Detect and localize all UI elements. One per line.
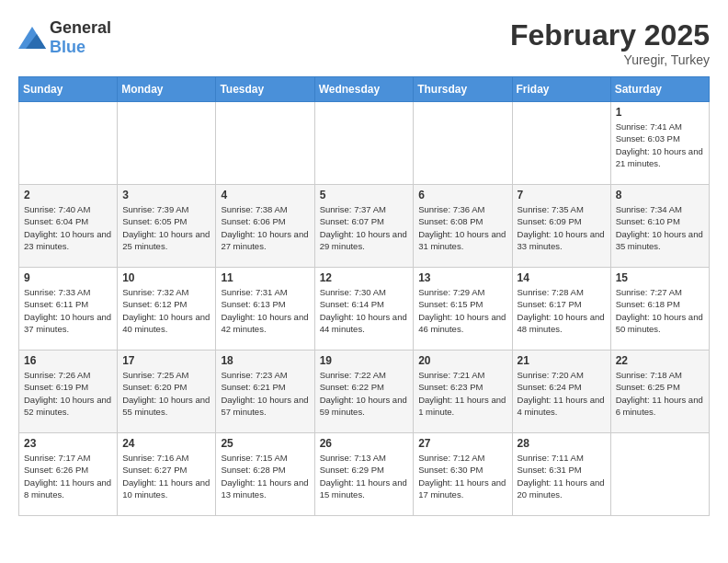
day-number: 20 <box>418 354 506 367</box>
day-info: Sunrise: 7:34 AMSunset: 6:10 PMDaylight:… <box>616 203 704 252</box>
weekday-header-tuesday: Tuesday <box>216 77 314 102</box>
day-info: Sunrise: 7:12 AMSunset: 6:30 PMDaylight:… <box>418 452 506 500</box>
day-cell: 2Sunrise: 7:40 AMSunset: 6:04 PMDaylight… <box>19 185 118 268</box>
day-cell <box>19 102 118 185</box>
day-info: Sunrise: 7:35 AMSunset: 6:09 PMDaylight:… <box>518 203 606 252</box>
day-number: 21 <box>518 354 606 367</box>
day-info: Sunrise: 7:17 AMSunset: 6:26 PMDaylight:… <box>24 452 112 500</box>
day-info: Sunrise: 7:23 AMSunset: 6:21 PMDaylight:… <box>221 369 309 418</box>
day-number: 7 <box>518 189 606 201</box>
logo: General Blue <box>18 18 111 57</box>
day-number: 18 <box>221 354 309 367</box>
day-cell: 24Sunrise: 7:16 AMSunset: 6:27 PMDayligh… <box>118 433 216 516</box>
day-cell <box>314 102 414 185</box>
day-number: 1 <box>616 106 704 119</box>
day-cell: 16Sunrise: 7:26 AMSunset: 6:19 PMDayligh… <box>19 350 118 433</box>
day-number: 23 <box>24 437 112 450</box>
page-header: General Blue February 2025 Yuregir, Turk… <box>18 18 710 67</box>
day-cell <box>414 102 512 185</box>
day-cell: 20Sunrise: 7:21 AMSunset: 6:23 PMDayligh… <box>414 350 512 433</box>
weekday-header-wednesday: Wednesday <box>314 77 414 102</box>
day-number: 19 <box>320 354 409 367</box>
day-cell: 4Sunrise: 7:38 AMSunset: 6:06 PMDaylight… <box>216 185 314 268</box>
day-cell: 7Sunrise: 7:35 AMSunset: 6:09 PMDaylight… <box>512 185 610 268</box>
weekday-header-thursday: Thursday <box>414 77 512 102</box>
day-number: 2 <box>24 189 112 201</box>
day-number: 12 <box>320 271 409 284</box>
day-cell: 21Sunrise: 7:20 AMSunset: 6:24 PMDayligh… <box>512 350 610 433</box>
day-cell: 9Sunrise: 7:33 AMSunset: 6:11 PMDaylight… <box>19 268 118 350</box>
day-cell: 11Sunrise: 7:31 AMSunset: 6:13 PMDayligh… <box>216 268 314 350</box>
day-info: Sunrise: 7:25 AMSunset: 6:20 PMDaylight:… <box>122 369 210 418</box>
day-info: Sunrise: 7:15 AMSunset: 6:28 PMDaylight:… <box>221 452 309 500</box>
day-number: 17 <box>122 354 210 367</box>
day-cell: 3Sunrise: 7:39 AMSunset: 6:05 PMDaylight… <box>118 185 216 268</box>
day-cell: 28Sunrise: 7:11 AMSunset: 6:31 PMDayligh… <box>512 433 610 516</box>
day-cell: 8Sunrise: 7:34 AMSunset: 6:10 PMDaylight… <box>610 185 709 268</box>
day-cell: 13Sunrise: 7:29 AMSunset: 6:15 PMDayligh… <box>414 268 512 350</box>
day-info: Sunrise: 7:20 AMSunset: 6:24 PMDaylight:… <box>518 369 606 418</box>
day-cell: 18Sunrise: 7:23 AMSunset: 6:21 PMDayligh… <box>216 350 314 433</box>
weekday-header-monday: Monday <box>118 77 216 102</box>
day-info: Sunrise: 7:36 AMSunset: 6:08 PMDaylight:… <box>418 203 506 252</box>
logo-icon <box>18 27 46 49</box>
day-info: Sunrise: 7:40 AMSunset: 6:04 PMDaylight:… <box>24 203 112 252</box>
day-info: Sunrise: 7:31 AMSunset: 6:13 PMDaylight:… <box>221 286 309 335</box>
day-number: 15 <box>616 271 704 284</box>
day-cell: 10Sunrise: 7:32 AMSunset: 6:12 PMDayligh… <box>118 268 216 350</box>
weekday-header-sunday: Sunday <box>19 77 118 102</box>
day-info: Sunrise: 7:32 AMSunset: 6:12 PMDaylight:… <box>122 286 210 335</box>
day-info: Sunrise: 7:16 AMSunset: 6:27 PMDaylight:… <box>122 452 210 500</box>
day-number: 25 <box>221 437 309 450</box>
day-number: 24 <box>122 437 210 450</box>
day-number: 6 <box>418 189 506 201</box>
day-info: Sunrise: 7:30 AMSunset: 6:14 PMDaylight:… <box>320 286 409 335</box>
day-info: Sunrise: 7:27 AMSunset: 6:18 PMDaylight:… <box>616 286 704 335</box>
month-title: February 2025 <box>510 18 710 52</box>
day-number: 10 <box>122 271 210 284</box>
day-info: Sunrise: 7:22 AMSunset: 6:22 PMDaylight:… <box>320 369 409 418</box>
day-info: Sunrise: 7:41 AMSunset: 6:03 PMDaylight:… <box>616 121 704 169</box>
calendar-table: SundayMondayTuesdayWednesdayThursdayFrid… <box>18 76 710 516</box>
day-cell <box>512 102 610 185</box>
day-number: 28 <box>518 437 606 450</box>
logo-general: General <box>50 18 111 37</box>
day-number: 5 <box>320 189 409 201</box>
day-number: 4 <box>221 189 309 201</box>
day-number: 27 <box>418 437 506 450</box>
day-cell: 19Sunrise: 7:22 AMSunset: 6:22 PMDayligh… <box>314 350 414 433</box>
day-cell: 5Sunrise: 7:37 AMSunset: 6:07 PMDaylight… <box>314 185 414 268</box>
day-number: 11 <box>221 271 309 284</box>
day-info: Sunrise: 7:21 AMSunset: 6:23 PMDaylight:… <box>418 369 506 418</box>
day-info: Sunrise: 7:28 AMSunset: 6:17 PMDaylight:… <box>518 286 606 335</box>
week-row-5: 23Sunrise: 7:17 AMSunset: 6:26 PMDayligh… <box>19 433 710 516</box>
day-cell <box>118 102 216 185</box>
day-number: 9 <box>24 271 112 284</box>
day-info: Sunrise: 7:39 AMSunset: 6:05 PMDaylight:… <box>122 203 210 252</box>
week-row-3: 9Sunrise: 7:33 AMSunset: 6:11 PMDaylight… <box>19 268 710 350</box>
day-number: 8 <box>616 189 704 201</box>
week-row-1: 1Sunrise: 7:41 AMSunset: 6:03 PMDaylight… <box>19 102 710 185</box>
day-cell: 14Sunrise: 7:28 AMSunset: 6:17 PMDayligh… <box>512 268 610 350</box>
day-cell <box>610 433 709 516</box>
day-cell: 27Sunrise: 7:12 AMSunset: 6:30 PMDayligh… <box>414 433 512 516</box>
week-row-4: 16Sunrise: 7:26 AMSunset: 6:19 PMDayligh… <box>19 350 710 433</box>
day-number: 14 <box>518 271 606 284</box>
day-info: Sunrise: 7:26 AMSunset: 6:19 PMDaylight:… <box>24 369 112 418</box>
day-cell: 6Sunrise: 7:36 AMSunset: 6:08 PMDaylight… <box>414 185 512 268</box>
day-cell: 25Sunrise: 7:15 AMSunset: 6:28 PMDayligh… <box>216 433 314 516</box>
location-title: Yuregir, Turkey <box>510 52 710 67</box>
day-number: 13 <box>418 271 506 284</box>
day-cell: 26Sunrise: 7:13 AMSunset: 6:29 PMDayligh… <box>314 433 414 516</box>
day-cell: 17Sunrise: 7:25 AMSunset: 6:20 PMDayligh… <box>118 350 216 433</box>
day-info: Sunrise: 7:29 AMSunset: 6:15 PMDaylight:… <box>418 286 506 335</box>
day-cell: 22Sunrise: 7:18 AMSunset: 6:25 PMDayligh… <box>610 350 709 433</box>
day-cell: 1Sunrise: 7:41 AMSunset: 6:03 PMDaylight… <box>610 102 709 185</box>
day-number: 22 <box>616 354 704 367</box>
calendar-header-row: SundayMondayTuesdayWednesdayThursdayFrid… <box>19 77 710 102</box>
weekday-header-friday: Friday <box>512 77 610 102</box>
day-info: Sunrise: 7:18 AMSunset: 6:25 PMDaylight:… <box>616 369 704 418</box>
day-number: 26 <box>320 437 409 450</box>
day-info: Sunrise: 7:33 AMSunset: 6:11 PMDaylight:… <box>24 286 112 335</box>
day-cell <box>216 102 314 185</box>
